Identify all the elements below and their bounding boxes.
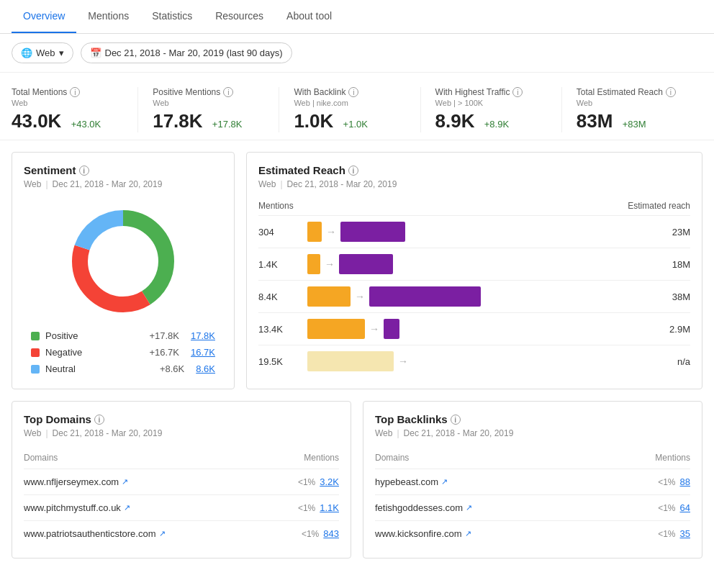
tab-statistics[interactable]: Statistics	[140, 0, 204, 33]
toolbar: 🌐 Web ▾ 📅 Dec 21, 2018 - Mar 20, 2019 (l…	[0, 34, 714, 73]
highest-traffic-sub: Web | > 100K	[435, 99, 547, 107]
legend-delta-negative: +16.7K	[149, 347, 179, 358]
main-content: Sentiment i Web | Dec 21, 2018 - Mar 20,…	[0, 140, 714, 401]
top-backlinks-meta-date: Dec 21, 2018 - Mar 20, 2019	[404, 428, 514, 438]
legend-label-positive: Positive	[45, 330, 143, 341]
top-domain-pct-1: <1%	[298, 503, 315, 513]
top-domain-name-0: www.nfljerseymex.com	[24, 476, 119, 487]
summary-card-with-backlink: With Backlink i Web | nike.com 1.0K +1.0…	[279, 87, 420, 132]
reach-value-bar-1	[339, 254, 393, 274]
sentiment-legend: Positive +17.8K 17.8K Negative +16.7K 16…	[24, 330, 222, 374]
reach-value-0: 23M	[654, 227, 690, 238]
with-backlink-info[interactable]: i	[348, 87, 358, 97]
legend-delta-positive: +17.8K	[149, 330, 179, 341]
top-backlinks-row-2: www.kicksonfire.com ↗ <1% 35	[375, 521, 690, 546]
top-domains-title: Top Domains	[24, 413, 91, 425]
top-backlinks-row-1: fetishgoddesses.com ↗ <1% 64	[375, 495, 690, 521]
reach-mentions-bar-0	[307, 222, 322, 242]
top-backlink-count-1[interactable]: 64	[680, 502, 690, 513]
top-backlink-count-0[interactable]: 88	[680, 476, 690, 487]
arrow-right-icon-1: →	[325, 258, 335, 270]
top-domain-pct-0: <1%	[298, 477, 315, 487]
reach-value-bar-3	[384, 319, 399, 339]
with-backlink-label: With Backlink	[294, 87, 345, 97]
reach-mentions-0: 304	[258, 227, 302, 238]
reach-bar-area-4: →	[307, 351, 649, 371]
legend-link-neutral[interactable]: 8.6K	[196, 363, 215, 374]
total-mentions-info[interactable]: i	[70, 87, 80, 97]
reach-col-reach: Estimated reach	[628, 201, 690, 211]
external-link-icon-0[interactable]: ↗	[122, 477, 128, 487]
sentiment-meta-source: Web	[24, 179, 41, 189]
top-backlinks-info-icon[interactable]: i	[451, 415, 461, 425]
reach-col-mentions: Mentions	[258, 201, 294, 211]
top-domain-count-0[interactable]: 3.2K	[320, 476, 339, 487]
tab-about-tool[interactable]: About tool	[275, 0, 343, 33]
reach-mentions-bar-3	[307, 319, 365, 339]
top-backlinks-col-domains: Domains	[375, 453, 409, 463]
top-domains-info-icon[interactable]: i	[94, 415, 104, 425]
reach-mentions-2: 8.4K	[258, 291, 302, 302]
positive-mentions-sub: Web	[153, 99, 264, 107]
legend-delta-neutral: +8.6K	[160, 363, 184, 374]
reach-table-header: Mentions Estimated reach	[258, 201, 690, 215]
top-backlink-domain-0: hypebeast.com	[375, 476, 438, 487]
with-backlink-sub: Web | nike.com	[294, 99, 405, 107]
top-domain-count-1[interactable]: 1.1K	[320, 502, 339, 513]
highest-traffic-label: With Highest Traffic	[435, 87, 510, 97]
estimated-reach-info-icon[interactable]: i	[348, 166, 358, 176]
legend-item-neutral: Neutral +8.6K 8.6K	[31, 363, 215, 374]
top-backlink-count-2[interactable]: 35	[680, 528, 690, 539]
estimated-reach-meta-date: Dec 21, 2018 - Mar 20, 2019	[287, 179, 397, 189]
legend-item-positive: Positive +17.8K 17.8K	[31, 330, 215, 341]
reach-mentions-bar-1	[307, 254, 320, 274]
legend-label-negative: Negative	[45, 347, 143, 358]
sentiment-meta-date: Dec 21, 2018 - Mar 20, 2019	[53, 179, 163, 189]
reach-row-3: 13.4K → 2.9M	[258, 312, 690, 345]
date-range-button[interactable]: 📅 Dec 21, 2018 - Mar 20, 2019 (last 90 d…	[81, 42, 292, 63]
reach-bar-area-1: →	[307, 254, 649, 274]
arrow-right-icon-2: →	[355, 291, 365, 302]
arrow-right-icon-0: →	[326, 226, 336, 238]
backlink-external-icon-0[interactable]: ↗	[441, 477, 448, 487]
estimated-reach-total-value: 83M +83M	[577, 110, 688, 132]
summary-card-positive-mentions: Positive Mentions i Web 17.8K +17.8K	[138, 87, 279, 132]
date-range-label: Dec 21, 2018 - Mar 20, 2019 (last 90 day…	[105, 48, 283, 58]
tab-overview[interactable]: Overview	[12, 0, 76, 33]
reach-value-3: 2.9M	[654, 324, 690, 335]
arrow-right-icon-4: →	[398, 356, 408, 367]
web-filter-button[interactable]: 🌐 Web ▾	[12, 42, 73, 63]
highest-traffic-info[interactable]: i	[512, 87, 523, 97]
reach-mentions-4: 19.5K	[258, 356, 302, 367]
summary-row: Total Mentions i Web 43.0K +43.0K Positi…	[0, 73, 714, 140]
top-backlinks-row-0: hypebeast.com ↗ <1% 88	[375, 469, 690, 495]
top-domain-pct-2: <1%	[302, 529, 319, 539]
external-link-icon-1[interactable]: ↗	[124, 503, 130, 512]
backlink-external-icon-2[interactable]: ↗	[465, 529, 471, 538]
tab-mentions[interactable]: Mentions	[76, 0, 140, 33]
positive-mentions-info[interactable]: i	[223, 87, 233, 97]
backlink-external-icon-1[interactable]: ↗	[466, 503, 472, 512]
top-domains-card: Top Domains i Web | Dec 21, 2018 - Mar 2…	[12, 401, 351, 558]
top-backlink-domain-2: www.kicksonfire.com	[375, 528, 462, 539]
summary-card-estimated-reach: Total Estimated Reach i Web 83M +83M	[562, 87, 702, 132]
arrow-right-icon-3: →	[369, 323, 379, 335]
nav-bar: Overview Mentions Statistics Resources A…	[0, 0, 714, 34]
legend-link-negative[interactable]: 16.7K	[191, 347, 215, 358]
estimated-reach-card: Estimated Reach i Web | Dec 21, 2018 - M…	[246, 152, 702, 389]
top-backlink-pct-1: <1%	[658, 503, 675, 513]
legend-link-positive[interactable]: 17.8K	[191, 330, 215, 341]
top-domain-name-2: www.patriotsauthenticstore.com	[24, 528, 156, 539]
tab-resources[interactable]: Resources	[204, 0, 275, 33]
sentiment-info-icon[interactable]: i	[79, 166, 89, 176]
top-backlink-domain-1: fetishgoddesses.com	[375, 502, 463, 513]
top-domain-count-2[interactable]: 843	[323, 528, 339, 539]
reach-row-4: 19.5K → n/a	[258, 345, 690, 377]
reach-value-bar-2	[369, 286, 481, 307]
external-link-icon-2[interactable]: ↗	[159, 529, 166, 538]
top-domains-row-2: www.patriotsauthenticstore.com ↗ <1% 843	[24, 521, 339, 546]
sentiment-donut-chart	[24, 204, 222, 319]
estimated-reach-total-info[interactable]: i	[666, 87, 676, 97]
top-domains-row-0: www.nfljerseymex.com ↗ <1% 3.2K	[24, 469, 339, 495]
top-domains-meta-date: Dec 21, 2018 - Mar 20, 2019	[53, 428, 163, 438]
